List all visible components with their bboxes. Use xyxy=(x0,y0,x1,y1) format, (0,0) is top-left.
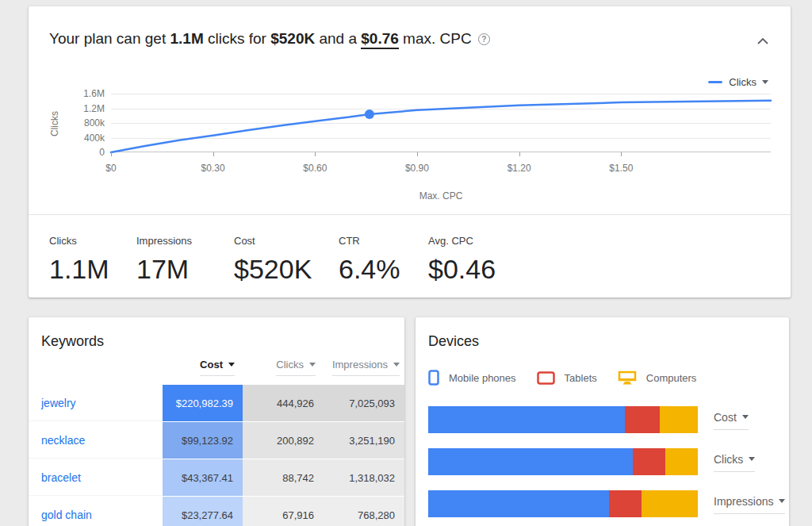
title-clicks-value: 1.1M xyxy=(170,30,203,47)
x-tick-label: $1.50 xyxy=(609,163,633,174)
clicks-cell: 200,892 xyxy=(243,422,324,459)
y-tick-label: 800k xyxy=(84,117,105,129)
y-axis-tick-labels: 1.6M 1.2M 800k 400k 0 xyxy=(56,94,105,152)
clicks-legend-dropdown[interactable]: Clicks xyxy=(708,76,768,88)
metric-label: Cost xyxy=(234,235,339,247)
cost-metric-dropdown[interactable]: Cost xyxy=(714,411,749,430)
metric-avg-cpc: Avg. CPC $0.46 xyxy=(428,235,496,285)
forecast-card: Your plan can get 1.1M clicks for $520K … xyxy=(29,6,791,298)
impressions-cell: 768,280 xyxy=(324,497,404,526)
devices-bars: Cost Clicks xyxy=(428,406,785,526)
device-bar-row-impressions: Impressions xyxy=(428,490,785,517)
keyword-link[interactable]: necklace xyxy=(29,422,163,459)
x-tick-label: $1.20 xyxy=(508,163,531,174)
segment-mobile xyxy=(428,406,625,433)
chevron-down-icon xyxy=(762,80,768,84)
metric-value: 17M xyxy=(136,254,234,285)
clicks-curve-line xyxy=(111,101,771,152)
metric-label: CTR xyxy=(339,235,428,247)
legend-label: Tablets xyxy=(565,372,597,384)
keyword-link[interactable]: bracelet xyxy=(29,459,163,496)
y-tick-label: 400k xyxy=(84,132,105,144)
devices-card: Devices Mobile phones Tablets Computers xyxy=(416,317,789,526)
clicks-curve-chart xyxy=(111,94,771,152)
clicks-cell: 88,742 xyxy=(243,459,324,496)
legend-computers: Computers xyxy=(618,371,697,386)
title-text: clicks for xyxy=(204,30,270,47)
y-tick-label: 0 xyxy=(99,147,105,158)
keywords-table: jewelry $220,982.39 444,926 7,025,093 ne… xyxy=(29,385,404,526)
title-text: max. CPC xyxy=(399,30,472,47)
segment-mobile xyxy=(428,490,609,517)
x-axis-ticks xyxy=(111,152,771,156)
x-axis-title: Max. CPC xyxy=(111,190,771,202)
metric-label: Impressions xyxy=(136,235,234,247)
device-bar-row-clicks: Clicks xyxy=(428,448,785,475)
impressions-cell: 3,251,190 xyxy=(324,422,404,459)
keyword-link[interactable]: gold chain xyxy=(29,497,163,526)
stacked-bar-clicks xyxy=(428,448,698,475)
segment-tablet xyxy=(625,406,660,433)
impressions-cell: 1,318,032 xyxy=(324,459,404,496)
metric-label: Clicks xyxy=(49,235,136,247)
sort-cost-dropdown[interactable]: Cost xyxy=(200,359,235,376)
y-tick-label: 1.6M xyxy=(83,88,105,99)
keywords-column-headers: Cost Clicks Impressions xyxy=(29,359,404,376)
stacked-bar-impressions xyxy=(428,490,698,517)
y-tick-label: 1.2M xyxy=(83,103,105,114)
title-max-cpc-value[interactable]: $0.76 xyxy=(361,30,399,49)
x-tick-label: $0.30 xyxy=(201,163,225,174)
impressions-cell: 7,025,093 xyxy=(324,385,404,421)
table-row: gold chain $23,277.64 67,916 768,280 xyxy=(29,497,404,526)
clicks-cell: 67,916 xyxy=(243,497,324,526)
sort-impressions-dropdown[interactable]: Impressions xyxy=(332,359,400,376)
tablet-icon xyxy=(537,371,555,385)
legend-label: Clicks xyxy=(729,76,756,88)
stacked-bar-cost xyxy=(428,406,698,433)
segment-tablet xyxy=(609,490,642,517)
table-row: bracelet $43,367.41 88,742 1,318,032 xyxy=(29,459,404,496)
segment-mobile xyxy=(428,448,633,475)
title-text: Your plan can get xyxy=(49,30,170,47)
chevron-down-icon xyxy=(742,415,749,419)
cost-cell: $220,982.39 xyxy=(163,385,243,421)
metric-label: Avg. CPC xyxy=(428,235,496,247)
table-row: jewelry $220,982.39 444,926 7,025,093 xyxy=(29,385,404,421)
column-header-label: Cost xyxy=(200,359,223,371)
metric-value: $0.46 xyxy=(428,254,496,285)
cost-cell: $43,367.41 xyxy=(163,459,243,496)
cost-cell: $23,277.64 xyxy=(163,497,243,526)
bar-metric-label: Clicks xyxy=(714,453,743,466)
plan-point-marker[interactable] xyxy=(365,109,374,119)
devices-title: Devices xyxy=(428,333,479,350)
metric-impressions: Impressions 17M xyxy=(136,235,234,285)
column-header-label: Clicks xyxy=(276,359,304,371)
segment-computer xyxy=(660,406,698,433)
metric-value: $520K xyxy=(234,254,339,285)
help-icon[interactable]: ? xyxy=(478,33,490,45)
chart-plot-area xyxy=(111,94,771,152)
impressions-metric-dropdown[interactable]: Impressions xyxy=(714,495,785,514)
bar-metric-label: Impressions xyxy=(714,495,773,508)
sort-clicks-dropdown[interactable]: Clicks xyxy=(276,359,316,376)
title-text: and a xyxy=(315,30,361,47)
collapse-panel-button[interactable] xyxy=(757,33,768,48)
segment-tablet xyxy=(633,448,665,475)
chevron-down-icon xyxy=(228,363,235,367)
clicks-cell: 444,926 xyxy=(243,385,324,421)
segment-computer xyxy=(642,490,698,517)
cost-cell: $99,123.92 xyxy=(163,422,243,459)
chevron-down-icon xyxy=(779,499,785,503)
metric-cost: Cost $520K xyxy=(234,235,339,285)
metric-ctr: CTR 6.4% xyxy=(339,235,428,285)
clicks-metric-dropdown[interactable]: Clicks xyxy=(714,453,755,472)
column-header-label: Impressions xyxy=(332,359,388,371)
title-cost-value: $520K xyxy=(270,30,315,47)
metric-value: 1.1M xyxy=(49,254,136,285)
legend-tablets: Tablets xyxy=(537,371,597,385)
devices-legend: Mobile phones Tablets Computers xyxy=(428,370,717,386)
table-row: necklace $99,123.92 200,892 3,251,190 xyxy=(29,422,404,459)
keyword-link[interactable]: jewelry xyxy=(29,385,163,421)
bar-metric-label: Cost xyxy=(714,411,737,424)
x-tick-label: $0.90 xyxy=(405,163,429,174)
